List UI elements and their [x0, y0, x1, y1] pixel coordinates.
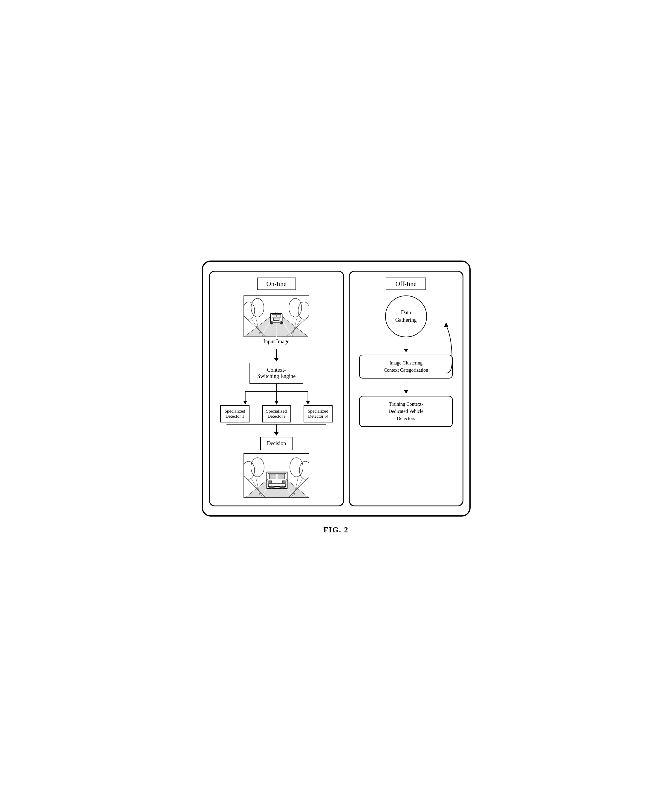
arrow-to-decision [274, 424, 279, 435]
page-container: On-line [202, 261, 470, 534]
curved-right-arrow [437, 319, 455, 379]
svg-rect-16 [272, 314, 277, 317]
arrow-dg-to-ic [404, 340, 408, 352]
svg-marker-28 [274, 401, 278, 405]
training-context-label: Training Context-Dedicated VehicleDetect… [389, 401, 423, 421]
panel-online: On-line [209, 271, 344, 506]
svg-rect-49 [278, 474, 285, 479]
svg-rect-18 [274, 318, 279, 321]
detector-1: SpecializedDetector 1 [220, 405, 249, 422]
svg-rect-51 [282, 481, 285, 483]
detector-i: SpecializedDetector i [262, 405, 291, 422]
data-gathering-circle: Data Gathering [385, 296, 427, 337]
svg-point-22 [280, 321, 282, 323]
svg-point-54 [280, 486, 285, 489]
panel-offline: Off-line Data Gathering Image Clustering… [349, 271, 464, 506]
svg-point-53 [269, 486, 274, 489]
svg-marker-55 [444, 322, 448, 327]
data-gathering-label: Data Gathering [395, 309, 417, 324]
input-image-svg [244, 296, 309, 337]
fan-arrows [214, 384, 339, 405]
arrow-to-cse [274, 349, 279, 362]
svg-point-21 [272, 321, 274, 323]
svg-rect-50 [269, 481, 272, 483]
image-clustering-label: Image ClusteringContext Categorization [384, 360, 428, 373]
svg-marker-30 [306, 401, 310, 405]
online-title: On-line [257, 278, 296, 290]
diagram-wrapper: On-line [202, 261, 470, 517]
detectors-row: SpecializedDetector 1 SpecializedDetecto… [214, 405, 339, 422]
input-image-box [243, 296, 309, 337]
fig-caption: FIG. 2 [323, 526, 349, 534]
training-context-box: Training Context-Dedicated VehicleDetect… [359, 396, 453, 427]
svg-marker-26 [243, 401, 247, 405]
offline-title: Off-line [386, 278, 426, 290]
arrow-ic-to-training [404, 381, 408, 394]
input-image-label: Input Image [263, 339, 289, 345]
output-image-box [243, 453, 309, 498]
decision-box: Decision [260, 437, 293, 450]
svg-rect-48 [269, 474, 276, 479]
svg-rect-17 [277, 314, 281, 317]
context-switching-engine: Context- Switching Engine [250, 363, 304, 384]
output-image-svg [244, 454, 309, 498]
detector-n: SpecializedDetector N [304, 405, 333, 422]
offline-content: Data Gathering Image ClusteringContext C… [354, 296, 458, 429]
fan-arrows-svg [214, 384, 339, 405]
